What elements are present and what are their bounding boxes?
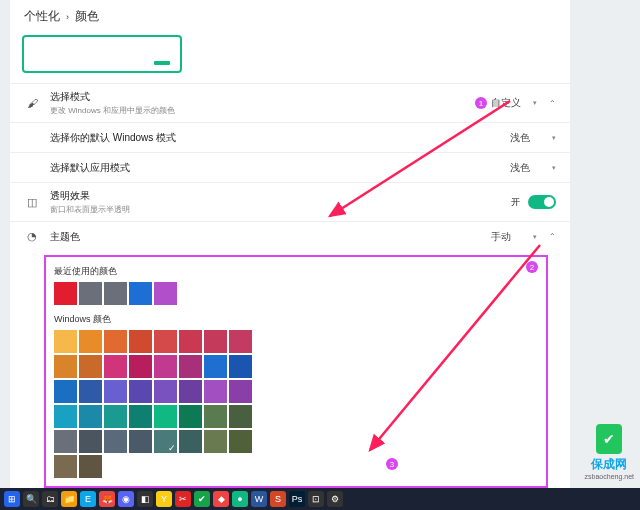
taskbar-icon[interactable]: ⊞ <box>4 491 20 507</box>
color-swatch[interactable] <box>229 405 252 428</box>
color-swatch[interactable] <box>79 282 102 305</box>
taskbar-icon[interactable]: ◉ <box>118 491 134 507</box>
windows-colors-label: Windows 颜色 <box>54 313 538 326</box>
choose-mode-row[interactable]: 🖌 选择模式 更改 Windows 和应用中显示的颜色 1 自定义 ▾ ⌃ <box>10 83 570 122</box>
color-swatch[interactable] <box>54 330 77 353</box>
app-mode-select[interactable]: 浅色 ▾ <box>510 161 556 175</box>
color-swatch[interactable] <box>179 330 202 353</box>
color-swatch[interactable] <box>54 455 77 478</box>
breadcrumb-current: 颜色 <box>75 8 99 25</box>
toggle-state: 开 <box>511 196 520 209</box>
color-swatch[interactable] <box>54 380 77 403</box>
accent-color-row[interactable]: ◔ 主题色 手动 ▾ ⌃ <box>10 221 570 251</box>
color-swatch[interactable] <box>79 405 102 428</box>
color-panel: 2 最近使用的颜色 Windows 颜色 <box>44 255 548 488</box>
taskbar-icon[interactable]: ◧ <box>137 491 153 507</box>
taskbar-icon[interactable]: S <box>270 491 286 507</box>
color-swatch[interactable] <box>154 282 177 305</box>
transparency-title: 透明效果 <box>50 189 511 203</box>
color-swatch[interactable] <box>79 330 102 353</box>
color-swatch[interactable] <box>204 430 227 453</box>
color-swatch[interactable] <box>104 405 127 428</box>
color-swatch[interactable] <box>179 405 202 428</box>
taskbar-icon[interactable]: E <box>80 491 96 507</box>
palette-icon: ◔ <box>24 229 40 245</box>
color-swatch[interactable] <box>154 380 177 403</box>
color-swatch[interactable] <box>129 330 152 353</box>
recent-colors-label: 最近使用的颜色 <box>54 265 538 278</box>
color-swatch[interactable] <box>79 455 102 478</box>
mode-select[interactable]: 自定义 ▾ <box>491 96 537 110</box>
color-swatch[interactable] <box>229 380 252 403</box>
color-swatch[interactable] <box>154 430 177 453</box>
color-swatch[interactable] <box>229 355 252 378</box>
color-swatch[interactable] <box>129 430 152 453</box>
accent-select[interactable]: 手动 ▾ <box>491 230 537 244</box>
breadcrumb-parent[interactable]: 个性化 <box>24 8 60 25</box>
color-swatch[interactable] <box>179 380 202 403</box>
taskbar-icon[interactable]: 📁 <box>61 491 77 507</box>
chevron-right-icon: › <box>66 12 69 22</box>
taskbar-icon[interactable]: ◆ <box>213 491 229 507</box>
color-swatch[interactable] <box>54 405 77 428</box>
color-swatch[interactable] <box>229 330 252 353</box>
color-swatch[interactable] <box>54 430 77 453</box>
taskbar-icon[interactable]: 🔍 <box>23 491 39 507</box>
color-swatch[interactable] <box>79 430 102 453</box>
color-swatch[interactable] <box>79 355 102 378</box>
color-swatch[interactable] <box>129 282 152 305</box>
color-swatch[interactable] <box>154 405 177 428</box>
color-swatch[interactable] <box>129 380 152 403</box>
chevron-down-icon: ▾ <box>552 134 556 142</box>
color-swatch[interactable] <box>54 282 77 305</box>
color-swatch[interactable] <box>229 430 252 453</box>
breadcrumb: 个性化 › 颜色 <box>10 0 570 33</box>
color-swatch[interactable] <box>104 282 127 305</box>
color-swatch[interactable] <box>129 355 152 378</box>
taskbar-icon[interactable]: W <box>251 491 267 507</box>
brush-icon: 🖌 <box>24 95 40 111</box>
recent-colors <box>54 282 538 305</box>
annotation-badge-3: 3 <box>386 458 398 470</box>
expand-icon[interactable]: ⌃ <box>549 232 556 241</box>
watermark-url: zsbaocheng.net <box>585 473 634 480</box>
taskbar-icon[interactable]: ✂ <box>175 491 191 507</box>
color-swatch[interactable] <box>204 405 227 428</box>
color-swatch[interactable] <box>54 355 77 378</box>
taskbar-icon[interactable]: 🗂 <box>42 491 58 507</box>
expand-icon[interactable]: ⌃ <box>549 99 556 108</box>
taskbar-icon[interactable]: ⊡ <box>308 491 324 507</box>
taskbar-icon[interactable]: Ps <box>289 491 305 507</box>
color-swatch[interactable] <box>204 355 227 378</box>
taskbar-icon[interactable]: 🦊 <box>99 491 115 507</box>
color-swatch[interactable] <box>179 355 202 378</box>
color-swatch[interactable] <box>104 380 127 403</box>
taskbar-icon[interactable]: Y <box>156 491 172 507</box>
watermark: ✔ 保成网 zsbaocheng.net <box>585 424 634 480</box>
transparency-toggle[interactable] <box>528 195 556 209</box>
watermark-title: 保成网 <box>585 456 634 473</box>
color-swatch[interactable] <box>179 430 202 453</box>
windows-colors-grid <box>54 330 538 478</box>
color-swatch[interactable] <box>104 355 127 378</box>
color-swatch[interactable] <box>204 330 227 353</box>
accent-title: 主题色 <box>50 230 491 244</box>
color-swatch[interactable] <box>154 355 177 378</box>
color-swatch[interactable] <box>79 380 102 403</box>
windows-mode-select[interactable]: 浅色 ▾ <box>510 131 556 145</box>
taskbar-icon[interactable]: ⚙ <box>327 491 343 507</box>
transparency-row: ◫ 透明效果 窗口和表面显示半透明 开 <box>10 182 570 221</box>
color-swatch[interactable] <box>104 430 127 453</box>
color-swatch[interactable] <box>154 330 177 353</box>
transparency-sub: 窗口和表面显示半透明 <box>50 204 511 215</box>
choose-mode-sub: 更改 Windows 和应用中显示的颜色 <box>50 105 475 116</box>
color-swatch[interactable] <box>204 380 227 403</box>
windows-mode-row: 选择你的默认 Windows 模式 浅色 ▾ <box>10 122 570 152</box>
taskbar-icon[interactable]: ● <box>232 491 248 507</box>
chevron-down-icon: ▾ <box>552 164 556 172</box>
annotation-badge-2: 2 <box>526 261 538 273</box>
color-swatch[interactable] <box>104 330 127 353</box>
windows-mode-label: 选择你的默认 Windows 模式 <box>50 131 510 145</box>
taskbar-icon[interactable]: ✔ <box>194 491 210 507</box>
color-swatch[interactable] <box>129 405 152 428</box>
